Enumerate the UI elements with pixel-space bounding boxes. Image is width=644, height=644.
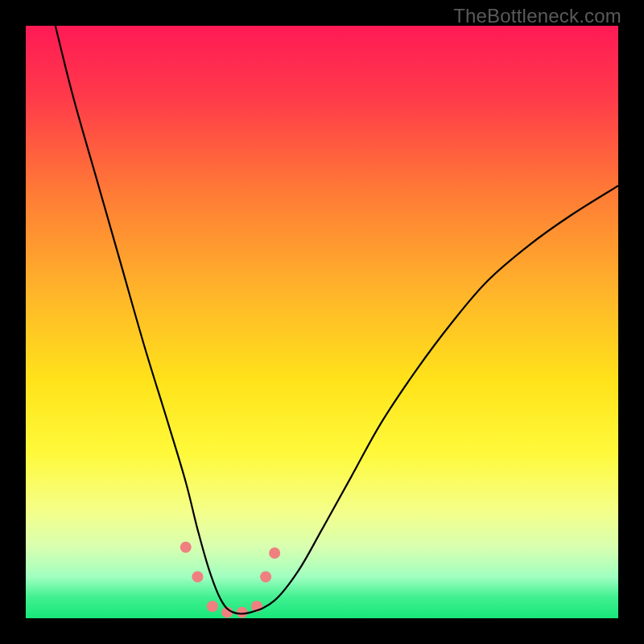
chart-frame: TheBottleneck.com [0, 0, 644, 644]
highlight-dot [192, 571, 203, 582]
highlight-dot [260, 571, 271, 582]
watermark-text: TheBottleneck.com [453, 5, 621, 27]
curve-layer [26, 26, 618, 618]
highlight-dot [180, 542, 192, 553]
highlight-dot [269, 547, 280, 559]
highlight-dot [237, 607, 248, 618]
bottleneck-curve [56, 26, 618, 614]
highlight-dot [207, 601, 218, 612]
plot-area [26, 26, 618, 618]
